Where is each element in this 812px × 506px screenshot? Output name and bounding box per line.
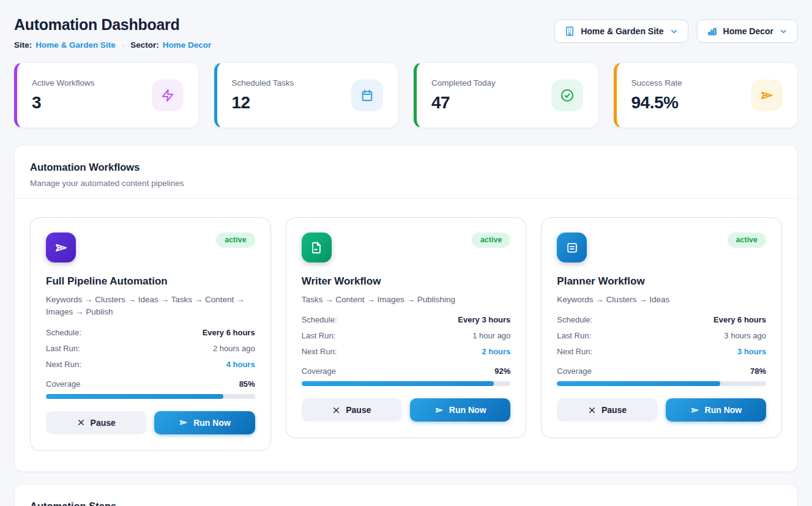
last-run-label: Last Run: — [46, 344, 80, 353]
run-now-button[interactable]: Run Now — [154, 411, 255, 434]
last-run-value: 3 hours ago — [724, 331, 766, 340]
bar-chart-icon — [707, 26, 718, 37]
stat-label: Active Workflows — [32, 78, 95, 87]
file-text-icon — [302, 233, 332, 262]
stat-card-active-workflows: Active Workflows 3 — [14, 62, 199, 128]
coverage-label: Coverage — [302, 366, 336, 376]
stat-text: Completed Today 47 — [431, 78, 496, 113]
last-run-row: Last Run: 3 hours ago — [557, 331, 766, 340]
schedule-label: Schedule: — [46, 328, 81, 337]
coverage-block: Coverage 92% — [302, 366, 511, 386]
run-now-button-label: Run Now — [705, 405, 742, 415]
separator-dot: · — [122, 40, 125, 50]
coverage-label: Coverage — [557, 366, 591, 376]
schedule-value: Every 6 hours — [203, 328, 255, 337]
coverage-value: 92% — [494, 366, 510, 376]
next-run-label: Next Run: — [46, 360, 81, 369]
card-buttons: Pause Run Now — [46, 411, 255, 434]
automation-dashboard-page: Automation Dashboard Site: Home & Garden… — [0, 0, 812, 506]
pause-button[interactable]: Pause — [302, 398, 402, 422]
x-icon — [332, 406, 340, 414]
pause-button[interactable]: Pause — [46, 411, 146, 434]
workflow-meta: Schedule: Every 6 hours Last Run: 2 hour… — [46, 328, 255, 369]
steps-section-header: Automation Steps Configure which steps a… — [15, 485, 797, 506]
next-run-label: Next Run: — [557, 347, 592, 356]
workflow-pipeline: Keywords → Clusters → Ideas — [557, 294, 766, 306]
automation-steps-section: Automation Steps Configure which steps a… — [14, 484, 798, 506]
send-icon — [434, 406, 444, 415]
sector-link[interactable]: Home Decor — [163, 40, 212, 50]
chevron-down-icon — [779, 27, 788, 36]
sector-selector-label: Home Decor — [723, 26, 773, 36]
workflow-card-writer: active Writer Workflow Tasks → Content →… — [286, 217, 527, 438]
last-run-row: Last Run: 2 hours ago — [46, 344, 255, 353]
sector-label: Sector: — [130, 40, 159, 50]
coverage-progress-fill — [302, 381, 494, 386]
coverage-row: Coverage 92% — [302, 366, 511, 376]
coverage-row: Coverage 85% — [46, 379, 255, 389]
x-icon — [588, 406, 596, 414]
list-icon — [557, 233, 587, 262]
coverage-value: 78% — [750, 366, 766, 376]
last-run-value: 1 hour ago — [472, 331, 510, 340]
run-now-button[interactable]: Run Now — [410, 398, 510, 422]
run-now-button-label: Run Now — [193, 418, 231, 428]
last-run-row: Last Run: 1 hour ago — [302, 331, 511, 340]
schedule-value: Every 3 hours — [458, 315, 510, 324]
stat-text: Scheduled Tasks 12 — [232, 78, 294, 113]
workflow-meta: Schedule: Every 3 hours Last Run: 1 hour… — [302, 315, 511, 356]
chevron-down-icon — [669, 27, 679, 36]
site-label: Site: — [14, 40, 32, 50]
site-link[interactable]: Home & Garden Site — [35, 40, 116, 50]
card-buttons: Pause Run Now — [302, 398, 511, 422]
schedule-row: Schedule: Every 3 hours — [302, 315, 511, 324]
status-badge: active — [472, 233, 510, 248]
next-run-row: Next Run: 2 hours — [302, 347, 511, 356]
stat-label: Scheduled Tasks — [232, 78, 294, 87]
section-subtitle: Manage your automated content pipelines — [30, 179, 782, 188]
pause-button-label: Pause — [91, 418, 116, 428]
send-icon — [751, 80, 783, 111]
workflow-pipeline: Tasks → Content → Images → Publishing — [302, 294, 511, 306]
zap-icon — [152, 80, 184, 111]
last-run-label: Last Run: — [557, 331, 591, 340]
next-run-value: 4 hours — [226, 360, 255, 369]
workflow-pipeline: Keywords → Clusters → Ideas → Tasks → Co… — [46, 294, 255, 319]
stat-label: Success Rate — [631, 78, 682, 87]
workflow-cards-row: active Full Pipeline Automation Keywords… — [15, 199, 797, 471]
schedule-row: Schedule: Every 6 hours — [557, 315, 766, 324]
last-run-label: Last Run: — [302, 331, 336, 340]
schedule-label: Schedule: — [557, 315, 592, 324]
workflow-title: Full Pipeline Automation — [46, 275, 255, 288]
calendar-icon — [351, 80, 383, 111]
stat-card-scheduled-tasks: Scheduled Tasks 12 — [214, 62, 399, 128]
coverage-progress-track — [557, 381, 766, 386]
x-icon — [77, 419, 85, 426]
header-left: Automation Dashboard Site: Home & Garden… — [14, 16, 211, 50]
workflow-meta: Schedule: Every 6 hours Last Run: 3 hour… — [557, 315, 766, 356]
card-buttons: Pause Run Now — [557, 398, 766, 422]
site-selector-label: Home & Garden Site — [581, 26, 663, 36]
coverage-block: Coverage 78% — [557, 366, 766, 386]
next-run-row: Next Run: 4 hours — [46, 360, 255, 369]
run-now-button[interactable]: Run Now — [666, 398, 766, 422]
stat-value: 94.5% — [631, 93, 682, 113]
sector-selector[interactable]: Home Decor — [697, 20, 798, 43]
stat-value: 12 — [232, 93, 294, 113]
site-selector[interactable]: Home & Garden Site — [554, 20, 688, 43]
schedule-label: Schedule: — [302, 315, 337, 324]
pause-button-label: Pause — [346, 405, 371, 415]
stat-label: Completed Today — [431, 78, 496, 87]
building-icon — [564, 26, 575, 37]
workflow-card-planner: active Planner Workflow Keywords → Clust… — [541, 217, 782, 438]
stat-card-success-rate: Success Rate 94.5% — [614, 62, 799, 128]
card-top-row: active — [46, 233, 255, 262]
page-title: Automation Dashboard — [14, 16, 211, 34]
stat-text: Active Workflows 3 — [32, 78, 95, 113]
stat-value: 47 — [431, 93, 496, 113]
next-run-label: Next Run: — [302, 347, 337, 356]
last-run-value: 2 hours ago — [213, 344, 255, 353]
pause-button[interactable]: Pause — [557, 398, 657, 422]
coverage-progress-fill — [557, 381, 720, 386]
status-badge: active — [728, 233, 766, 248]
